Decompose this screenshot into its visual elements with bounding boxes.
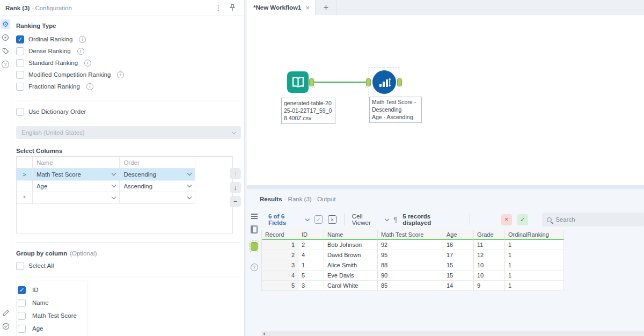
results-toolbar: 6 of 6 Fields ✓ × Cell Viewer ¶ 5 record…: [261, 209, 644, 230]
ordinal-ranking-checkbox[interactable]: ✓: [16, 35, 24, 43]
rank-tool-annotation[interactable]: Math Test Score - Descending Age - Ascen…: [369, 97, 422, 123]
select-all-checkbox[interactable]: ✓: [16, 262, 24, 270]
select-columns-new-row[interactable]: *: [17, 192, 195, 204]
option-dense-ranking[interactable]: ✓ Dense Ranking i: [16, 45, 241, 57]
option-standard-ranking[interactable]: ✓ Standard Ranking i: [16, 57, 241, 69]
fractional-ranking-checkbox[interactable]: ✓: [16, 83, 24, 91]
group-by-option-id[interactable]: ✓ ID: [17, 283, 87, 296]
info-icon[interactable]: i: [77, 48, 84, 55]
scroll-left-icon[interactable]: [263, 332, 265, 335]
tab-new-workflow1[interactable]: *New Workflow1 ×: [247, 0, 316, 15]
locale-select[interactable]: English (United States): [16, 126, 241, 139]
new-tab-button[interactable]: +: [316, 0, 337, 15]
column-header-name[interactable]: Name: [324, 230, 378, 240]
row-selector[interactable]: [17, 180, 33, 192]
metadata-view-icon[interactable]: [251, 214, 258, 219]
column-header-record[interactable]: Record: [262, 230, 298, 240]
row-selector[interactable]: *: [17, 192, 33, 203]
id-checkbox[interactable]: ✓: [18, 286, 26, 294]
rank-annotation-line2: Age - Ascending: [372, 113, 419, 121]
help-icon[interactable]: ?: [251, 264, 258, 271]
group-by-label: Group by column: [16, 250, 67, 257]
apply-filter-button[interactable]: ✓: [517, 214, 528, 225]
use-dictionary-order-checkbox[interactable]: ✓: [16, 108, 24, 116]
move-row-up-button[interactable]: ↑: [230, 168, 241, 179]
move-row-down-button[interactable]: ↓: [230, 182, 241, 193]
column-header-grade[interactable]: Grade: [474, 230, 505, 240]
pin-icon[interactable]: [227, 3, 238, 13]
group-by-option-age[interactable]: ✓ Age: [17, 322, 87, 335]
record-cell: 5: [262, 281, 298, 291]
input-data-tool[interactable]: [287, 71, 309, 93]
select-fields-icon[interactable]: ✓: [314, 215, 323, 224]
data-view-icon[interactable]: [251, 225, 258, 233]
validate-check-icon[interactable]: [1, 322, 11, 331]
name-dropdown[interactable]: Age: [33, 180, 120, 192]
option-fractional-ranking[interactable]: ✓ Fractional Ranking i: [16, 81, 241, 92]
option-ordinal-ranking[interactable]: ✓ Ordinal Ranking i: [16, 33, 241, 45]
info-icon[interactable]: i: [84, 60, 91, 67]
input-tool-annotation[interactable]: generated-table-2025-01-22T17_59_08.400Z…: [281, 98, 335, 124]
row-selector[interactable]: >: [17, 169, 33, 180]
select-all-row[interactable]: ✓ Select All: [16, 260, 241, 272]
connection-line[interactable]: [314, 82, 369, 83]
fields-dropdown[interactable]: 6 of 6 Fields: [268, 213, 309, 226]
id-cell: 4: [298, 250, 324, 260]
horizontal-scrollbar[interactable]: [261, 331, 644, 336]
standard-ranking-checkbox[interactable]: ✓: [16, 59, 24, 67]
annotation-tag-tab-icon[interactable]: [1, 46, 10, 56]
name-dropdown[interactable]: Math Test Score: [33, 169, 120, 180]
ranking-type-label: Ranking Type: [16, 23, 241, 29]
rank-tool-input-anchor[interactable]: [366, 78, 371, 86]
info-icon[interactable]: i: [79, 36, 86, 43]
settings-tab-icon[interactable]: ⚙: [1, 19, 10, 29]
remove-row-button[interactable]: −: [230, 196, 241, 207]
order-dropdown[interactable]: [120, 192, 195, 203]
order-dropdown[interactable]: Ascending: [120, 180, 195, 192]
dense-ranking-checkbox[interactable]: ✓: [16, 47, 24, 55]
ordinalranking-cell: 1: [505, 271, 564, 281]
deselect-fields-icon[interactable]: ×: [328, 215, 336, 224]
group-by-option-name[interactable]: ✓ Name: [17, 296, 87, 309]
cell-viewer-label: Cell Viewer: [352, 213, 382, 226]
results-panel: Results - Rank (3) - Output ? 6 of 6 Fie…: [247, 189, 644, 336]
column-header-id[interactable]: ID: [298, 230, 324, 240]
info-icon[interactable]: i: [117, 71, 124, 78]
group-by-option-math-test-score[interactable]: ✓ Math Test Score: [17, 309, 87, 322]
search-input[interactable]: [555, 216, 636, 223]
column-header-math-test-score[interactable]: Math Test Score: [378, 230, 443, 240]
run-results-tab-icon[interactable]: [1, 33, 10, 42]
rank-tool-output-anchor[interactable]: [397, 78, 402, 86]
close-tab-icon[interactable]: ×: [305, 4, 310, 12]
workflow-canvas[interactable]: generated-table-2025-01-22T17_59_08.400Z…: [247, 15, 644, 185]
results-header: Results - Rank (3) - Output: [247, 189, 644, 209]
info-icon[interactable]: i: [86, 83, 93, 90]
fractional-ranking-label: Fractional Ranking: [28, 83, 80, 90]
results-search-box[interactable]: [542, 213, 644, 227]
age-checkbox[interactable]: ✓: [18, 325, 26, 333]
order-dropdown[interactable]: Descending: [120, 169, 195, 180]
order-column-header: Order: [120, 157, 195, 168]
use-dictionary-order-row[interactable]: ✓ Use Dictionary Order: [16, 106, 241, 118]
input-tool-output-anchor[interactable]: [309, 78, 314, 86]
select-columns-row-2[interactable]: Age Ascending: [17, 180, 195, 192]
results-splitter[interactable]: [247, 185, 644, 189]
chevron-down-icon: [112, 183, 116, 187]
column-header-ordinalranking[interactable]: OrdinalRanking: [505, 230, 564, 240]
math-test-score-checkbox[interactable]: ✓: [18, 312, 26, 320]
whitespace-toggle-icon[interactable]: ¶: [393, 216, 397, 224]
edit-pencil-icon[interactable]: [1, 308, 11, 318]
name-dropdown[interactable]: [33, 192, 120, 203]
clear-filter-button[interactable]: ×: [501, 214, 512, 225]
column-header-age[interactable]: Age: [443, 230, 474, 240]
cell-viewer-dropdown[interactable]: Cell Viewer: [352, 213, 389, 226]
select-columns-row-1[interactable]: > Math Test Score Descending: [17, 169, 195, 180]
name-checkbox[interactable]: ✓: [18, 299, 26, 307]
more-options-icon[interactable]: ⋮: [209, 4, 227, 12]
option-modified-competition-ranking[interactable]: ✓ Modified Competition Ranking i: [16, 69, 241, 81]
rank-tool[interactable]: [372, 70, 396, 94]
modified-competition-ranking-checkbox[interactable]: ✓: [16, 71, 24, 79]
help-tab-icon[interactable]: ?: [1, 60, 10, 69]
grade-cell: 9: [474, 281, 505, 291]
output-anchor-icon[interactable]: [251, 242, 258, 251]
